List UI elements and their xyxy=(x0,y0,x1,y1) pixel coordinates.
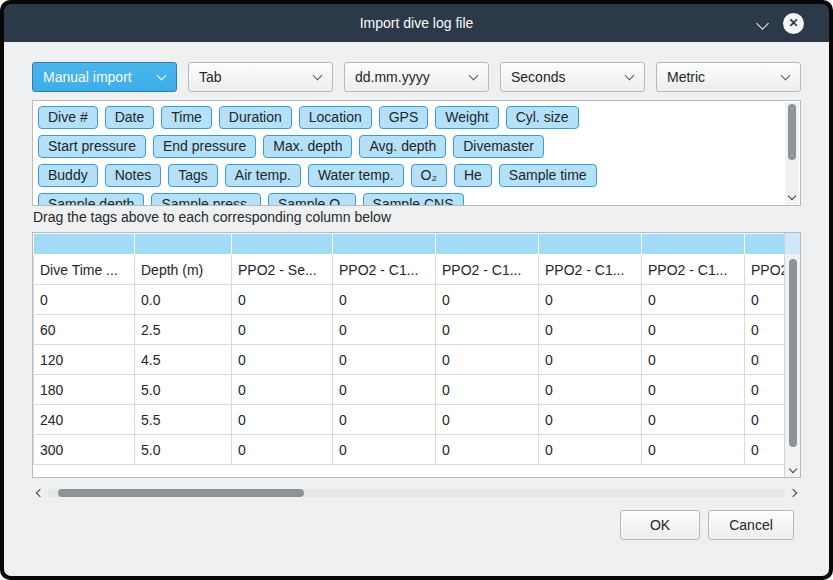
scroll-down-arrow-icon[interactable] xyxy=(789,465,797,473)
drag-tag[interactable]: Cyl. size xyxy=(506,106,579,129)
table-horizontal-scrollbar[interactable] xyxy=(32,486,801,500)
drag-tag[interactable]: End pressure xyxy=(153,135,256,158)
table-cell: 0 xyxy=(745,345,786,375)
column-header: PPO2 - C1... xyxy=(539,255,642,285)
combobox-value: Seconds xyxy=(511,63,565,91)
dialog-body: Manual importTabdd.mm.yyyySecondsMetric … xyxy=(4,42,829,576)
table-cell: 0 xyxy=(745,435,786,465)
drag-tag[interactable]: Dive # xyxy=(38,106,98,129)
drag-tag[interactable]: Duration xyxy=(219,106,292,129)
drag-tag[interactable]: Max. depth xyxy=(263,135,352,158)
table-cell: 0 xyxy=(34,285,135,315)
units-system-combobox[interactable]: Metric xyxy=(656,62,801,92)
column-header: PPO2 - C1... xyxy=(436,255,539,285)
drag-tag[interactable]: He xyxy=(454,164,492,187)
table-vertical-scrollbar[interactable] xyxy=(784,233,800,477)
column-drop-target[interactable] xyxy=(745,234,786,255)
table-cell: 240 xyxy=(34,405,135,435)
table-cell: 0 xyxy=(333,405,436,435)
table-cell: 0 xyxy=(642,405,745,435)
close-icon[interactable]: ✕ xyxy=(783,13,804,34)
table-cell: 0 xyxy=(436,435,539,465)
column-drop-target[interactable] xyxy=(135,234,232,255)
column-drop-target[interactable] xyxy=(539,234,642,255)
column-drop-target[interactable] xyxy=(436,234,539,255)
table-cell: 0 xyxy=(232,375,333,405)
table-cell: 0 xyxy=(642,435,745,465)
header-row: Dive Time ...Depth (m)PPO2 - Se...PPO2 -… xyxy=(34,255,786,285)
drag-tag[interactable]: Avg. depth xyxy=(359,135,446,158)
table-cell: 0 xyxy=(333,285,436,315)
import-source-combobox[interactable]: Manual import xyxy=(32,62,177,92)
drag-tag[interactable]: Weight xyxy=(435,106,498,129)
chevron-down-icon xyxy=(781,71,791,81)
drag-tag[interactable]: GPS xyxy=(379,106,429,129)
cancel-button[interactable]: Cancel xyxy=(708,510,794,540)
instruction-label: Drag the tags above to each correspondin… xyxy=(33,209,391,225)
ok-button[interactable]: OK xyxy=(620,510,700,540)
column-header: Depth (m) xyxy=(135,255,232,285)
chevron-down-icon xyxy=(469,71,479,81)
drag-tag[interactable]: Air temp. xyxy=(225,164,301,187)
drag-tag[interactable]: Sample O₂ xyxy=(268,193,356,205)
drag-tag[interactable]: Sample time xyxy=(499,164,597,187)
drag-tag[interactable]: Notes xyxy=(105,164,162,187)
table-row: 00.0000000 xyxy=(34,285,786,315)
import-preview-table: Dive Time ...Depth (m)PPO2 - Se...PPO2 -… xyxy=(32,232,801,478)
column-header: PPO2 - C1... xyxy=(642,255,745,285)
column-header: PPO2 - C1... xyxy=(745,255,786,285)
table-cell: 120 xyxy=(34,345,135,375)
column-drop-target[interactable] xyxy=(333,234,436,255)
drag-tag[interactable]: Time xyxy=(161,106,212,129)
drag-tag[interactable]: Water temp. xyxy=(308,164,404,187)
table-cell: 0 xyxy=(232,405,333,435)
chevron-down-icon xyxy=(625,71,635,81)
scrollbar-thumb[interactable] xyxy=(788,104,796,160)
table-cell: 0 xyxy=(745,375,786,405)
table-row: 3005.0000000 xyxy=(34,435,786,465)
drag-tag[interactable]: Buddy xyxy=(38,164,98,187)
scroll-right-arrow-icon[interactable] xyxy=(789,489,797,497)
scrollbar-thumb[interactable] xyxy=(789,259,797,447)
drag-tag[interactable]: Divemaster xyxy=(453,135,544,158)
selector-row: Manual importTabdd.mm.yyyySecondsMetric xyxy=(32,62,801,92)
column-drop-target[interactable] xyxy=(34,234,135,255)
column-drop-target[interactable] xyxy=(642,234,745,255)
table-cell: 0 xyxy=(436,405,539,435)
table-cell: 300 xyxy=(34,435,135,465)
drag-tag[interactable]: O₂ xyxy=(411,164,447,187)
table-cell: 0.0 xyxy=(135,285,232,315)
drag-tag[interactable]: Sample press. xyxy=(151,193,260,205)
table-cell: 0 xyxy=(539,405,642,435)
tag-pool-vertical-scrollbar[interactable] xyxy=(785,102,799,204)
column-drop-target[interactable] xyxy=(232,234,333,255)
table-cell: 0 xyxy=(333,345,436,375)
duration-format-combobox[interactable]: Seconds xyxy=(500,62,645,92)
table-cell: 0 xyxy=(745,285,786,315)
drag-tag[interactable]: Tags xyxy=(168,164,218,187)
table-cell: 0 xyxy=(642,375,745,405)
drag-tag[interactable]: Sample CNS xyxy=(363,193,464,205)
scrollbar-thumb[interactable] xyxy=(58,489,304,497)
drag-tag[interactable]: Sample depth xyxy=(38,193,144,205)
table-cell: 0 xyxy=(333,315,436,345)
table-cell: 60 xyxy=(34,315,135,345)
scroll-down-arrow-icon[interactable] xyxy=(788,192,796,200)
table-cell: 0 xyxy=(642,285,745,315)
table-cell: 5.5 xyxy=(135,405,232,435)
drag-tag[interactable]: Location xyxy=(299,106,372,129)
date-format-combobox[interactable]: dd.mm.yyyy xyxy=(344,62,489,92)
table-row: 1204.5000000 xyxy=(34,345,786,375)
drop-target-row xyxy=(34,234,786,255)
table-cell: 5.0 xyxy=(135,435,232,465)
drag-tag[interactable]: Start pressure xyxy=(38,135,146,158)
titlebar[interactable]: Import dive log file ✕ xyxy=(4,4,829,42)
column-header: PPO2 - C1... xyxy=(333,255,436,285)
scroll-left-arrow-icon[interactable] xyxy=(36,489,44,497)
scrollbar-header-corner xyxy=(785,233,800,254)
table-cell: 5.0 xyxy=(135,375,232,405)
tag-row: Start pressureEnd pressureMax. depthAvg.… xyxy=(38,135,781,164)
drag-tag[interactable]: Date xyxy=(105,106,155,129)
table-cell: 0 xyxy=(539,435,642,465)
field-separator-combobox[interactable]: Tab xyxy=(188,62,333,92)
